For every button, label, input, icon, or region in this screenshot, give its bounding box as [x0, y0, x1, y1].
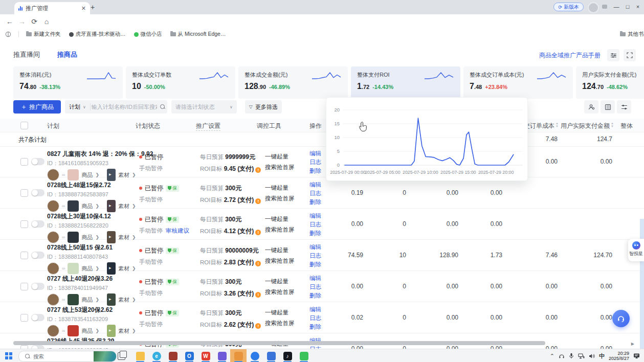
back-button[interactable]: ←	[4, 16, 15, 27]
taskbar-app-edge-browser[interactable]: e	[148, 349, 165, 362]
scroll-right-arrow[interactable]: ▶	[631, 342, 634, 346]
row-enable-toggle[interactable]	[31, 220, 45, 228]
roi-warning-icon[interactable]: !	[255, 167, 261, 173]
tool-boost-link[interactable]: 一键起量	[265, 215, 311, 223]
scrollbar-thumb[interactable]	[13, 341, 545, 345]
col-tools[interactable]: 调控工具	[257, 122, 281, 130]
forward-button[interactable]: →	[16, 16, 28, 27]
plan-search-input[interactable]	[91, 103, 158, 110]
edit-link[interactable]: 编辑	[309, 181, 335, 189]
delete-link[interactable]: 删除	[309, 323, 335, 331]
notification-center-icon[interactable]	[633, 353, 640, 359]
row-enable-toggle[interactable]	[31, 189, 45, 196]
bookmark-item[interactable]: 新建文件夹	[26, 31, 61, 38]
assistant-widget[interactable]: 智投星	[628, 239, 644, 261]
tool-boost-link[interactable]: 一键起量	[265, 309, 311, 316]
tool-search-link[interactable]: 搜索抢首屏	[265, 288, 311, 296]
taskbar-app-green-app[interactable]	[296, 349, 312, 362]
log-link[interactable]: 日志	[309, 252, 335, 260]
taskbar-app-file-explorer[interactable]	[132, 349, 148, 362]
col-next-clipped[interactable]: 整体	[620, 122, 633, 130]
log-link[interactable]: 日志	[309, 283, 335, 291]
ime-indicator[interactable]: 中	[599, 352, 605, 360]
delete-link[interactable]: 删除	[309, 292, 335, 300]
headset-tray-icon[interactable]	[559, 353, 565, 359]
taskbar-app-meeting-app[interactable]	[214, 349, 230, 362]
tab-live-room[interactable]: 推直播间	[13, 50, 40, 59]
tool-boost-link[interactable]: 一键起量	[265, 153, 311, 161]
stat-card-3[interactable]: 整体支付ROI1.72-14.43%	[351, 66, 460, 99]
promote-product-button[interactable]: ＋推广商品	[13, 100, 61, 114]
reload-button[interactable]: ⟳	[29, 16, 40, 27]
horizontal-scrollbar[interactable]: ▶	[13, 341, 634, 346]
taskbar-search-input[interactable]	[32, 353, 80, 360]
task-view-icon[interactable]	[118, 352, 125, 360]
window-maximize-button[interactable]: □	[623, 0, 633, 13]
other-bookmarks-button[interactable]: 其他书签	[620, 31, 644, 38]
tray-expand-icon[interactable]: ⌃	[550, 353, 554, 359]
row-checkbox[interactable]	[20, 220, 28, 228]
browser-tab[interactable]: 推广管理 ✕	[14, 2, 90, 14]
col-actions[interactable]: 操作	[309, 122, 322, 130]
log-link[interactable]: 日志	[309, 221, 335, 229]
taskbar-app-blue-circle-app[interactable]	[247, 349, 263, 362]
microphone-icon[interactable]	[569, 353, 574, 359]
taskbar-app-wps-office[interactable]: W	[197, 349, 214, 362]
row-checkbox[interactable]	[20, 314, 28, 322]
row-enable-toggle[interactable]	[31, 345, 45, 349]
log-link[interactable]: 日志	[309, 190, 335, 197]
browser-profile-avatar[interactable]	[588, 2, 599, 13]
home-button[interactable]: ⌂	[41, 16, 52, 27]
col-settings[interactable]: 推广设置	[196, 122, 220, 131]
row-checkbox[interactable]	[20, 283, 28, 290]
tool-search-link[interactable]: 搜索抢首屏	[265, 257, 311, 265]
customer-service-button[interactable]	[612, 310, 630, 327]
roi-warning-icon[interactable]: !	[255, 261, 261, 266]
delete-link[interactable]: 删除	[309, 261, 335, 268]
row-enable-toggle[interactable]	[31, 158, 45, 165]
taskbar-app-work-app[interactable]	[165, 349, 181, 362]
taskbar-app-dev-app[interactable]	[263, 349, 279, 362]
custom-metrics-icon[interactable]	[617, 100, 631, 114]
account-manage-icon[interactable]	[584, 100, 598, 114]
tool-search-link[interactable]: 搜索抢首屏	[265, 195, 311, 202]
bookmark-item[interactable]: 虎牙直播-技术驱动…	[69, 31, 126, 38]
col-status[interactable]: 计划状态	[136, 122, 160, 130]
tool-boost-link[interactable]: 一键起量	[265, 278, 311, 285]
settings-tune-icon[interactable]	[607, 49, 619, 61]
tray-clock[interactable]: 20:29 2025/8/27	[609, 351, 629, 361]
row-checkbox[interactable]	[20, 189, 28, 197]
volume-icon[interactable]	[589, 353, 595, 359]
tool-search-link[interactable]: 搜索抢首屏	[265, 164, 311, 171]
col-plan[interactable]: 计划	[47, 122, 59, 130]
tool-boost-link[interactable]: 一键起量	[265, 246, 311, 254]
tool-boost-link[interactable]: 一键起量	[265, 184, 311, 192]
sort-icon[interactable]: ▲▼	[611, 122, 614, 128]
log-link[interactable]: 日志	[309, 314, 335, 322]
tab-close-icon[interactable]: ✕	[81, 5, 86, 12]
weather-widget-thumbnail[interactable]	[94, 351, 116, 361]
roi-warning-icon[interactable]: !	[255, 323, 261, 329]
edit-link[interactable]: 编辑	[309, 243, 335, 251]
edit-link[interactable]: 编辑	[309, 306, 335, 313]
roi-warning-icon[interactable]: !	[255, 230, 261, 235]
new-version-badge[interactable]: ⟳ 新版本	[553, 3, 584, 11]
row-checkbox[interactable]	[20, 345, 28, 349]
row-enable-toggle[interactable]	[31, 283, 45, 290]
product-manual-link[interactable]: 商品全域推广产品手册	[539, 51, 601, 60]
roi-warning-icon[interactable]: !	[255, 198, 261, 204]
tool-search-link[interactable]: 搜索抢首屏	[265, 320, 311, 327]
stat-card-0[interactable]: 整体消耗(元)74.80-38.13%	[13, 66, 123, 99]
bookmark-item[interactable]: 微信小店	[134, 31, 162, 38]
delete-link[interactable]: 删除	[309, 198, 335, 206]
network-icon[interactable]	[578, 353, 585, 359]
row-checkbox[interactable]	[20, 158, 28, 166]
taskbar-app-qianchuan-browser[interactable]	[230, 349, 247, 362]
side-panel-icon[interactable]	[5, 31, 11, 37]
stat-card-1[interactable]: 整体成交订单数10-50.00%	[126, 66, 235, 99]
new-tab-button[interactable]: +	[88, 3, 97, 12]
column-settings-icon[interactable]	[601, 100, 615, 114]
plan-type-select[interactable]: 计划∨	[65, 100, 90, 114]
taskbar-search[interactable]	[18, 351, 117, 362]
stat-card-4[interactable]: 整体成交订单成本(元)7.48+23.84%	[463, 66, 573, 99]
